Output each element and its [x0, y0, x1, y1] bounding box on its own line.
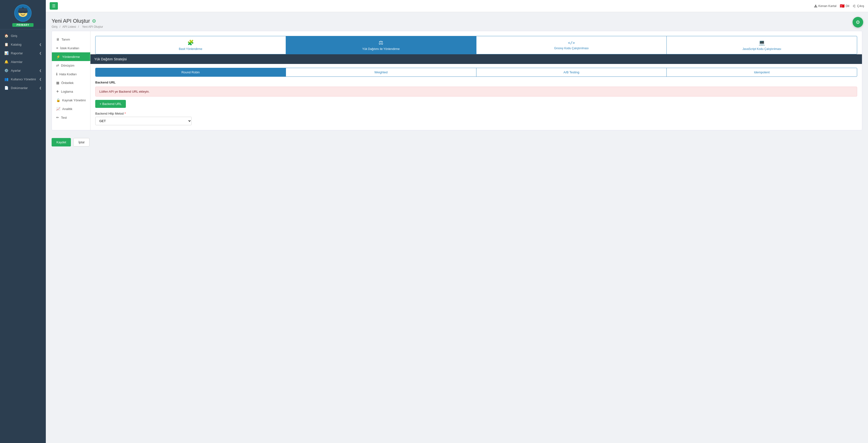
- step-kaynak[interactable]: 🔒 Kaynak Yönetimi: [52, 96, 90, 105]
- sidebar-item-ayarlar[interactable]: ⚙️ Ayarlar ❮: [0, 66, 46, 75]
- topbar: ☰ Kenan Kartal 🇹🇷 Dil Çıkış: [46, 0, 868, 12]
- users-icon: 👥: [4, 77, 8, 81]
- breadcrumb: Giriş / API Listesi / Yeni API Oluştur: [52, 25, 862, 28]
- logo-area: PRIMARY: [0, 0, 46, 29]
- http-method-section: Backend Http Metod * GET POST PUT DELETE…: [95, 112, 857, 125]
- sidebar-item-katalog[interactable]: 📋 Katalog ❮: [0, 40, 46, 49]
- strategy-section-header: Yük Dağıtım Stratejisi: [90, 54, 862, 64]
- main-area: ☰ Kenan Kartal 🇹🇷 Dil Çıkış Yeni API Olu…: [46, 0, 868, 443]
- settings-icon: ⚙️: [4, 68, 8, 72]
- backend-warning: Lütfen API ye Backend URL ekleyin.: [95, 87, 857, 96]
- step-istek[interactable]: ≡ İstek Kuralları: [52, 44, 90, 52]
- tab-javascript[interactable]: 💻 JavaScript Kodu Çalıştırılması: [667, 36, 857, 54]
- sidebar-item-alarmlar[interactable]: 🔔 Alarmlar: [0, 57, 46, 66]
- footer-actions: Kaydet İptal: [52, 134, 862, 150]
- tab-yukdagitim[interactable]: ⚖ Yük Dağıtımı ile Yönlendirme: [286, 36, 476, 54]
- hata-icon: ℹ: [56, 72, 57, 76]
- step-hata[interactable]: ℹ Hata Kodları: [52, 70, 90, 79]
- docs-icon: 📄: [4, 86, 8, 90]
- strategy-tab-roundrobin[interactable]: Round Robin: [95, 68, 286, 77]
- step-donusum[interactable]: ⇄ Dönüşüm: [52, 61, 90, 70]
- strategy-tabs: Round Robin Weighted A/B Testing Idempot…: [95, 68, 857, 77]
- kaynak-icon: 🔒: [56, 98, 60, 102]
- float-settings-button[interactable]: ⚙: [852, 17, 863, 28]
- main-card: 🖥 Tanım ≡ İstek Kuralları ⚡ Yönlendirme …: [52, 31, 862, 130]
- sidebar: PRIMARY 🏠 Giriş 📋 Katalog ❮ 📊 Raporlar ❮…: [0, 0, 46, 443]
- backend-url-label: Backend URL: [95, 81, 857, 84]
- catalog-icon: 📋: [4, 42, 8, 46]
- yonlendirme-icon: ⚡: [56, 55, 60, 59]
- donusum-icon: ⇄: [56, 63, 59, 67]
- sidebar-nav: 🏠 Giriş 📋 Katalog ❮ 📊 Raporlar ❮ 🔔 Alarm…: [0, 29, 46, 443]
- chevron-icon: ❮: [39, 69, 41, 72]
- tab-strip: 🧩 Basit Yönlendirme ⚖ Yük Dağıtımı ile Y…: [95, 36, 857, 54]
- sidebar-item-raporlar[interactable]: 📊 Raporlar ❮: [0, 49, 46, 57]
- topbar-left: ☰: [50, 2, 58, 10]
- code-icon: </>: [568, 40, 575, 45]
- sidebar-item-dokumanlar[interactable]: 📄 Dokümanlar ❮: [0, 84, 46, 92]
- menu-button[interactable]: ☰: [50, 2, 58, 10]
- logo-badge: PRIMARY: [12, 23, 34, 27]
- http-method-label: Backend Http Metod *: [95, 112, 857, 115]
- step-test[interactable]: ✏ Test: [52, 113, 90, 122]
- page-header: Yeni API Oluştur ⚙ Giriş / API Listesi /…: [52, 18, 862, 28]
- tab-basit[interactable]: 🧩 Basit Yönlendirme: [95, 36, 286, 54]
- analitik-icon: 📈: [56, 107, 60, 111]
- tab-groovy[interactable]: </> Groovy Kodu Çalıştırılması: [476, 36, 667, 54]
- required-indicator: *: [124, 112, 126, 115]
- chevron-icon: ❮: [39, 86, 41, 90]
- step-analitik[interactable]: 📈 Analitik: [52, 105, 90, 113]
- topbar-right: Kenan Kartal 🇹🇷 Dil Çıkış: [814, 4, 864, 8]
- http-method-select[interactable]: GET POST PUT DELETE PATCH: [95, 117, 192, 125]
- step-onbellek[interactable]: ▦ Önbellek: [52, 79, 90, 87]
- chevron-icon: ❮: [39, 52, 41, 55]
- alarm-icon: 🔔: [4, 60, 8, 64]
- sidebar-item-giris[interactable]: 🏠 Giriş: [0, 31, 46, 40]
- home-icon: 🏠: [4, 34, 8, 38]
- onbellek-icon: ▦: [56, 81, 59, 85]
- add-backend-url-button[interactable]: + Backend URL: [95, 100, 126, 108]
- strategy-tab-weighted[interactable]: Weighted: [286, 68, 476, 77]
- logo-circle: [14, 4, 32, 22]
- scale-icon: ⚖: [378, 39, 383, 46]
- loglama-icon: ✈: [56, 90, 59, 93]
- strategy-tab-idempotent[interactable]: Idempotent: [667, 68, 857, 77]
- step-yonlendirme[interactable]: ⚡ Yönlendirme: [52, 52, 90, 61]
- language-button[interactable]: 🇹🇷 Dil: [840, 4, 849, 8]
- test-icon: ✏: [56, 116, 59, 119]
- content-area: Yeni API Oluştur ⚙ Giriş / API Listesi /…: [46, 12, 868, 443]
- step-tanim[interactable]: 🖥 Tanım: [52, 35, 90, 44]
- chevron-icon: ❮: [39, 78, 41, 81]
- page-title: Yeni API Oluştur ⚙: [52, 18, 862, 24]
- card-main-content: 🧩 Basit Yönlendirme ⚖ Yük Dağıtımı ile Y…: [90, 31, 862, 130]
- flag-icon: 🇹🇷: [840, 4, 845, 8]
- exit-button[interactable]: Çıkış: [852, 4, 864, 8]
- card-layout: 🖥 Tanım ≡ İstek Kuralları ⚡ Yönlendirme …: [52, 31, 862, 130]
- save-button[interactable]: Kaydet: [52, 138, 71, 146]
- cancel-button[interactable]: İptal: [73, 138, 89, 146]
- step-loglama[interactable]: ✈ Loglama: [52, 87, 90, 96]
- gear-icon: ⚙: [92, 18, 96, 24]
- breadcrumb-apilistesi[interactable]: API Listesi: [62, 25, 76, 28]
- user-name: Kenan Kartal: [814, 4, 836, 8]
- steps-sidebar: 🖥 Tanım ≡ İstek Kuralları ⚡ Yönlendirme …: [52, 31, 90, 130]
- chevron-icon: ❮: [39, 43, 41, 46]
- sidebar-item-kullanici[interactable]: 👥 Kullanıcı Yönetimi ❮: [0, 75, 46, 84]
- monitor-icon: 💻: [758, 39, 765, 46]
- puzzle-icon: 🧩: [187, 39, 194, 46]
- strategy-tab-abtesting[interactable]: A/B Testing: [476, 68, 667, 77]
- tanim-icon: 🖥: [56, 37, 60, 41]
- breadcrumb-giris[interactable]: Giriş: [52, 25, 58, 28]
- istek-icon: ≡: [56, 46, 58, 50]
- reports-icon: 📊: [4, 51, 8, 55]
